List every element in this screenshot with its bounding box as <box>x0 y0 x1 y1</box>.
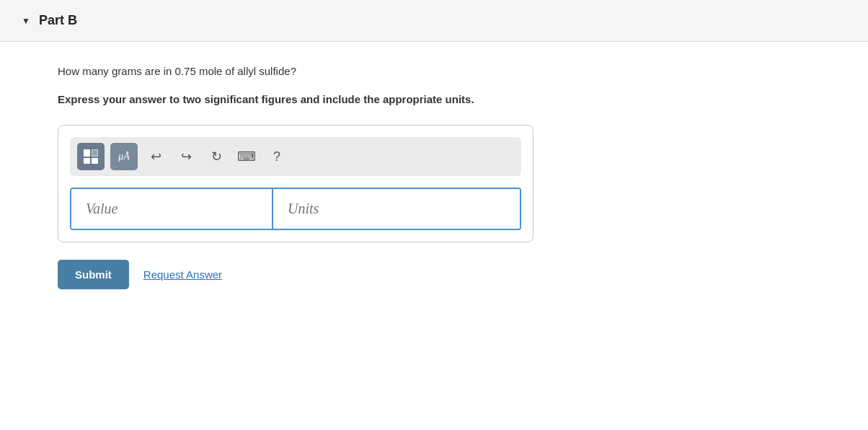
input-row <box>70 188 521 230</box>
reset-icon: ↻ <box>211 149 222 164</box>
request-answer-button[interactable]: Request Answer <box>143 268 222 281</box>
redo-button[interactable]: ↪ <box>174 144 198 169</box>
keyboard-button[interactable]: ⌨ <box>234 144 259 169</box>
instruction-text: Express your answer to two significant f… <box>58 92 810 108</box>
page-container: ▼ Part B How many grams are in 0.75 mole… <box>0 0 868 430</box>
collapse-chevron[interactable]: ▼ <box>22 16 30 26</box>
reset-button[interactable]: ↻ <box>204 144 229 169</box>
value-input[interactable] <box>71 189 273 229</box>
symbol-button[interactable]: μÅ <box>110 143 138 170</box>
undo-button[interactable]: ↩ <box>143 144 168 169</box>
toolbar: μÅ ↩ ↪ ↻ ⌨ <box>70 137 521 176</box>
content-area: How many grams are in 0.75 mole of allyl… <box>0 42 868 311</box>
actions-row: Submit Request Answer <box>58 260 810 289</box>
answer-box: μÅ ↩ ↪ ↻ ⌨ <box>58 125 533 242</box>
layout-icon <box>84 149 98 164</box>
help-button[interactable]: ? <box>265 144 289 169</box>
submit-button[interactable]: Submit <box>58 260 129 289</box>
redo-icon: ↪ <box>181 149 192 164</box>
units-input[interactable] <box>273 189 520 229</box>
layout-cell-2 <box>92 149 98 157</box>
keyboard-icon: ⌨ <box>237 149 256 164</box>
layout-cell-4 <box>92 158 98 164</box>
part-title: Part B <box>39 13 77 28</box>
help-icon: ? <box>273 149 280 164</box>
part-header: ▼ Part B <box>0 0 868 42</box>
layout-cell-1 <box>84 149 90 157</box>
layout-button[interactable] <box>77 143 105 170</box>
question-text: How many grams are in 0.75 mole of allyl… <box>58 63 810 80</box>
symbol-icon: μÅ <box>118 151 130 162</box>
undo-icon: ↩ <box>151 149 161 164</box>
layout-cell-3 <box>84 158 90 164</box>
